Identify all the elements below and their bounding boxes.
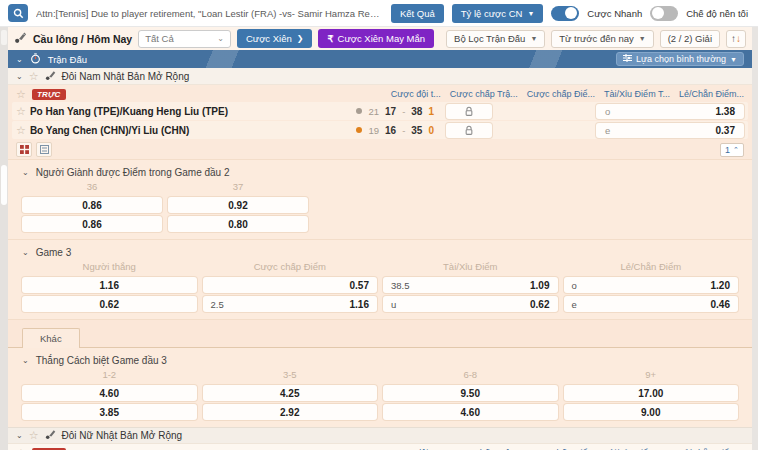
odds-cell[interactable]: 0.57 [203,277,378,293]
match-filter-button[interactable]: Bộ Lọc Trận Đấu ▼ [446,30,545,48]
scrollbar-thumb[interactable] [1,165,7,205]
odds-cell[interactable]: 0.92 [168,197,308,213]
locked-odds-cell[interactable] [446,123,492,138]
time-filter-label: Từ trước đến nay [559,33,633,44]
odds-type-button[interactable]: Tỷ lệ cược CN ▼ [452,4,544,23]
search-icon[interactable] [8,4,28,22]
quick-bet-toggle[interactable] [551,6,579,21]
collapse-chevron-icon: ⌄ [22,168,29,177]
sort-order-button[interactable]: ↑↓ [726,30,746,48]
lock-icon [464,106,474,117]
team-name: Po Han Yang (TPE)/Kuang Heng Liu (TPE) [30,106,228,117]
league-name: Đôi Nam Nhật Bản Mở Rộng [62,71,190,82]
favorite-star-icon[interactable]: ☆ [16,106,26,117]
list-view-icon[interactable] [36,142,52,157]
odds-value: 1.09 [530,280,549,291]
odds-cell[interactable]: 38.5 1.09 [383,277,558,293]
odds-column: 1-2 4.60 3.85 [22,369,197,420]
parlay-button-label: Cược Xiên [246,33,292,44]
column-label: Người thắng [22,261,197,274]
sport-filter-value: Tất Cả [145,33,174,44]
panel-drag-handle[interactable] [1,30,7,45]
odds-value: 0.62 [530,299,549,310]
odds-cell[interactable]: 1.16 [22,277,197,293]
locked-odds-cell[interactable] [446,104,492,119]
odds-cell[interactable]: 2.92 [203,404,378,420]
toggle-knob [652,7,664,19]
top-bar: Attn:[Tennis] Due to player retirement, … [0,0,758,27]
grid-view-icon[interactable] [16,142,32,157]
lucky-icon: ₹ [327,33,333,44]
collapse-chevron-icon[interactable]: ⌄ [16,72,23,81]
prev-game-score: 19 [368,125,379,136]
favorite-star-icon[interactable]: ☆ [29,430,39,441]
odds-cell[interactable]: e 0.46 [564,296,739,312]
league-count-badge: (2 / 2) Giải [660,30,720,48]
sport-breadcrumb: Cầu lông / Hôm Nay [33,33,132,45]
odds-value: 0.57 [350,280,369,291]
collapse-chevron-icon[interactable]: ⌄ [16,431,23,440]
sport-filter-select[interactable]: Tất Cả ⌄ [138,30,231,48]
team-row-away: ☆ Bo Yang Chen (CHN)/Yi Liu (CHN) 19 16 … [12,121,748,139]
odds-cell[interactable]: 2.5 1.16 [203,296,378,312]
favorite-star-icon[interactable]: ☆ [29,71,39,82]
section-title-row[interactable]: ⌄ Người Giành được Điểm trong Game đầu 2 [8,163,752,181]
column-label: Cược chấp Điểm [203,261,378,274]
odds-cell[interactable]: u 0.62 [383,296,558,312]
lock-icon [464,125,474,136]
column-header-point-handicap[interactable]: Cược chấp Điể... [527,89,595,99]
league-header-womens-doubles[interactable]: ⌄ ☆ Đôi Nữ Nhật Bản Mở Rộng [8,427,752,444]
time-filter-button[interactable]: Từ trước đến nay ▼ [551,30,653,48]
league-count-label: (2 / 2) Giải [668,33,712,44]
section-title-row[interactable]: ⌄ Game 3 [8,243,752,261]
column-header-moneyline[interactable]: Cược đội t... [391,89,441,99]
dark-mode-toggle[interactable] [650,6,678,21]
line-label: 38.5 [391,280,410,291]
shuttlecock-icon [14,30,27,48]
odds-column-handicap: Cược chấp Điểm 0.57 2.5 1.16 [203,261,378,312]
total-points: 38 [411,106,422,117]
announcement-ticker: Attn:[Tennis] Due to player retirement, … [36,8,383,19]
column-header-over-under[interactable]: Tài/Xỉu Điểm T... [604,89,670,99]
market-count-collapse-button[interactable]: 1 ⌃ [720,143,744,157]
parlay-button[interactable]: Cược Xiên ❯ [237,29,313,48]
odds-cell[interactable]: 4.60 [22,385,197,401]
tab-other-markets[interactable]: Khác [22,328,80,348]
odds-cell[interactable]: 4.60 [383,404,558,420]
match-header-row: ☆ TRỰC Cược đội t... Cược chấp Trậ... Cư… [8,444,752,450]
odd-even-odds-cell[interactable]: e 0.37 [596,123,744,138]
favorite-star-icon[interactable]: ☆ [16,125,26,136]
column-header-odd-even[interactable]: Lẻ/Chẵn Điểm... [679,89,744,99]
odds-cell[interactable]: 9.50 [383,385,558,401]
results-button[interactable]: Kết Quả [391,4,444,23]
markets-tab-panel: ⌄ Thắng Cách biệt Game đầu 3 1-2 4.60 3.… [8,347,752,427]
prev-game-score: 21 [368,106,379,117]
lucky-parlay-button[interactable]: ₹ Cược Xiên May Mắn [318,29,434,48]
view-mode-button[interactable]: Lựa chọn bình thường ▼ [616,52,744,66]
collapse-chevron-icon[interactable]: ⌄ [16,55,23,64]
odds-cell[interactable]: 3.85 [22,404,197,420]
section-title-row[interactable]: ⌄ Thắng Cách biệt Game đầu 3 [8,351,752,369]
favorite-star-icon[interactable]: ☆ [16,89,26,100]
score-group: 21 17 - 38 1 [356,106,434,117]
column-label: 1-2 [22,369,197,382]
league-name: Đôi Nữ Nhật Bản Mở Rộng [62,430,183,441]
odds-cell[interactable]: 4.25 [203,385,378,401]
column-label: 3-5 [203,369,378,382]
team-row-home: ☆ Po Han Yang (TPE)/Kuang Heng Liu (TPE)… [12,102,748,120]
odds-column-odd-even: Lẻ/Chẵn Điểm o 1.20 e 0.46 [564,261,739,312]
odds-cell[interactable]: 0.80 [168,216,308,232]
column-header-match-handicap[interactable]: Cược chấp Trậ... [450,89,518,99]
left-panel-strip [0,27,8,450]
odds-value: 1.16 [350,299,369,310]
quick-bet-label: Cược Nhanh [587,8,642,19]
odds-cell[interactable]: o 1.20 [564,277,739,293]
league-header-mens-doubles[interactable]: ⌄ ☆ Đôi Nam Nhật Bản Mở Rộng [8,68,752,85]
column-label: 37 [168,181,308,194]
odds-cell[interactable]: 0.86 [22,197,162,213]
odds-cell[interactable]: 0.62 [22,296,197,312]
odds-cell[interactable]: 9.00 [564,404,739,420]
odds-cell[interactable]: 0.86 [22,216,162,232]
odds-cell[interactable]: 17.00 [564,385,739,401]
odd-even-odds-cell[interactable]: o 1.38 [596,104,744,119]
